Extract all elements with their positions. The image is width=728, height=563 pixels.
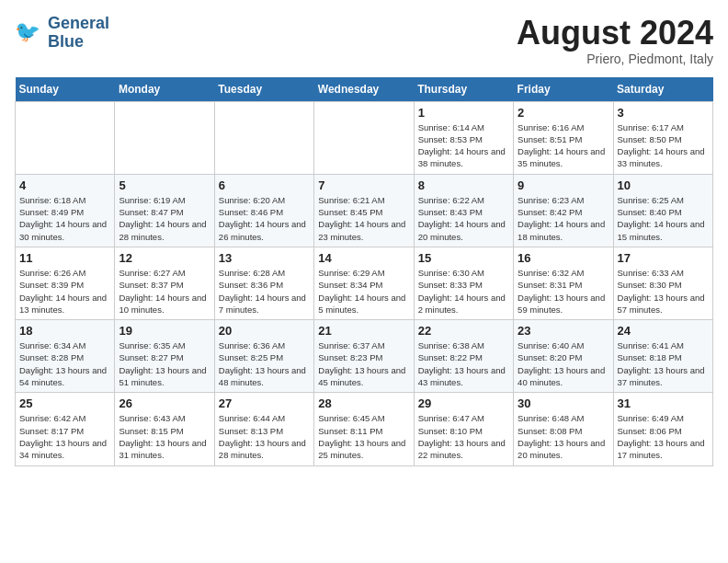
calendar-cell: 21Sunrise: 6:37 AMSunset: 8:23 PMDayligh… <box>314 320 414 393</box>
day-info: Sunrise: 6:33 AMSunset: 8:30 PMDaylight:… <box>618 267 709 316</box>
day-info: Sunrise: 6:43 AMSunset: 8:15 PMDaylight:… <box>119 412 210 461</box>
day-number: 26 <box>119 396 210 410</box>
calendar-cell <box>314 101 414 174</box>
day-info: Sunrise: 6:14 AMSunset: 8:53 PMDaylight:… <box>418 121 509 170</box>
day-info: Sunrise: 6:40 AMSunset: 8:20 PMDaylight:… <box>518 339 609 388</box>
day-number: 12 <box>119 251 210 265</box>
day-header-wednesday: Wednesday <box>314 77 414 102</box>
day-number: 6 <box>219 178 310 192</box>
day-number: 28 <box>318 396 409 410</box>
day-number: 10 <box>618 178 709 192</box>
day-header-friday: Friday <box>514 77 613 102</box>
day-info: Sunrise: 6:27 AMSunset: 8:37 PMDaylight:… <box>119 267 210 316</box>
day-info: Sunrise: 6:30 AMSunset: 8:33 PMDaylight:… <box>418 267 509 316</box>
day-info: Sunrise: 6:38 AMSunset: 8:22 PMDaylight:… <box>418 339 509 388</box>
day-header-thursday: Thursday <box>414 77 513 102</box>
day-info: Sunrise: 6:28 AMSunset: 8:36 PMDaylight:… <box>219 267 310 316</box>
day-number: 14 <box>318 251 409 265</box>
day-number: 2 <box>518 106 609 120</box>
day-header-tuesday: Tuesday <box>214 77 313 102</box>
subtitle: Priero, Piedmont, Italy <box>517 52 713 66</box>
day-info: Sunrise: 6:42 AMSunset: 8:17 PMDaylight:… <box>19 412 110 461</box>
calendar-cell: 20Sunrise: 6:36 AMSunset: 8:25 PMDayligh… <box>214 320 313 393</box>
calendar-cell: 17Sunrise: 6:33 AMSunset: 8:30 PMDayligh… <box>613 247 712 319</box>
day-info: Sunrise: 6:34 AMSunset: 8:28 PMDaylight:… <box>19 339 110 388</box>
day-info: Sunrise: 6:23 AMSunset: 8:42 PMDaylight:… <box>518 194 609 243</box>
day-number: 20 <box>219 324 310 338</box>
day-number: 18 <box>19 324 110 338</box>
day-number: 27 <box>219 396 310 410</box>
calendar-cell <box>16 101 115 174</box>
day-number: 29 <box>418 396 509 410</box>
calendar-cell: 30Sunrise: 6:48 AMSunset: 8:08 PMDayligh… <box>514 393 613 465</box>
day-info: Sunrise: 6:29 AMSunset: 8:34 PMDaylight:… <box>318 267 409 316</box>
logo-text: General Blue <box>48 15 109 52</box>
day-number: 25 <box>19 396 110 410</box>
calendar-cell: 5Sunrise: 6:19 AMSunset: 8:47 PMDaylight… <box>115 174 214 247</box>
calendar-cell: 8Sunrise: 6:22 AMSunset: 8:43 PMDaylight… <box>414 174 513 247</box>
calendar-cell: 23Sunrise: 6:40 AMSunset: 8:20 PMDayligh… <box>514 320 613 393</box>
calendar-cell: 29Sunrise: 6:47 AMSunset: 8:10 PMDayligh… <box>414 393 513 465</box>
day-number: 19 <box>119 324 210 338</box>
calendar-cell: 16Sunrise: 6:32 AMSunset: 8:31 PMDayligh… <box>514 247 613 319</box>
calendar-cell: 28Sunrise: 6:45 AMSunset: 8:11 PMDayligh… <box>314 393 414 465</box>
page-header: 🐦 General Blue August 2024 Priero, Piedm… <box>15 15 713 66</box>
calendar-body: 1Sunrise: 6:14 AMSunset: 8:53 PMDaylight… <box>16 101 713 465</box>
main-title: August 2024 <box>517 15 713 52</box>
day-number: 24 <box>618 324 709 338</box>
day-number: 1 <box>418 106 509 120</box>
day-header-sunday: Sunday <box>16 77 115 102</box>
day-number: 17 <box>618 251 709 265</box>
day-info: Sunrise: 6:36 AMSunset: 8:25 PMDaylight:… <box>219 339 310 388</box>
day-header-saturday: Saturday <box>613 77 712 102</box>
day-info: Sunrise: 6:25 AMSunset: 8:40 PMDaylight:… <box>618 194 709 243</box>
calendar-cell: 27Sunrise: 6:44 AMSunset: 8:13 PMDayligh… <box>214 393 313 465</box>
day-info: Sunrise: 6:47 AMSunset: 8:10 PMDaylight:… <box>418 412 509 461</box>
day-number: 30 <box>518 396 609 410</box>
day-info: Sunrise: 6:37 AMSunset: 8:23 PMDaylight:… <box>318 339 409 388</box>
day-header-monday: Monday <box>115 77 214 102</box>
calendar-week-3: 11Sunrise: 6:26 AMSunset: 8:39 PMDayligh… <box>16 247 713 319</box>
calendar-cell <box>214 101 313 174</box>
calendar-cell: 25Sunrise: 6:42 AMSunset: 8:17 PMDayligh… <box>16 393 115 465</box>
day-info: Sunrise: 6:21 AMSunset: 8:45 PMDaylight:… <box>318 194 409 243</box>
day-info: Sunrise: 6:19 AMSunset: 8:47 PMDaylight:… <box>119 194 210 243</box>
calendar-header-row: SundayMondayTuesdayWednesdayThursdayFrid… <box>16 77 713 102</box>
day-number: 13 <box>219 251 310 265</box>
day-info: Sunrise: 6:44 AMSunset: 8:13 PMDaylight:… <box>219 412 310 461</box>
calendar-cell: 4Sunrise: 6:18 AMSunset: 8:49 PMDaylight… <box>16 174 115 247</box>
logo-icon: 🐦 <box>15 18 44 48</box>
calendar-cell: 19Sunrise: 6:35 AMSunset: 8:27 PMDayligh… <box>115 320 214 393</box>
day-info: Sunrise: 6:48 AMSunset: 8:08 PMDaylight:… <box>518 412 609 461</box>
day-number: 9 <box>518 178 609 192</box>
calendar-table: SundayMondayTuesdayWednesdayThursdayFrid… <box>15 77 713 466</box>
calendar-cell: 7Sunrise: 6:21 AMSunset: 8:45 PMDaylight… <box>314 174 414 247</box>
day-info: Sunrise: 6:26 AMSunset: 8:39 PMDaylight:… <box>19 267 110 316</box>
calendar-cell: 26Sunrise: 6:43 AMSunset: 8:15 PMDayligh… <box>115 393 214 465</box>
day-info: Sunrise: 6:17 AMSunset: 8:50 PMDaylight:… <box>618 121 709 170</box>
day-info: Sunrise: 6:45 AMSunset: 8:11 PMDaylight:… <box>318 412 409 461</box>
calendar-cell: 24Sunrise: 6:41 AMSunset: 8:18 PMDayligh… <box>613 320 712 393</box>
day-info: Sunrise: 6:32 AMSunset: 8:31 PMDaylight:… <box>518 267 609 316</box>
calendar-week-1: 1Sunrise: 6:14 AMSunset: 8:53 PMDaylight… <box>16 101 713 174</box>
day-info: Sunrise: 6:41 AMSunset: 8:18 PMDaylight:… <box>618 339 709 388</box>
day-number: 5 <box>119 178 210 192</box>
calendar-week-4: 18Sunrise: 6:34 AMSunset: 8:28 PMDayligh… <box>16 320 713 393</box>
day-number: 31 <box>618 396 709 410</box>
calendar-week-5: 25Sunrise: 6:42 AMSunset: 8:17 PMDayligh… <box>16 393 713 465</box>
calendar-cell: 31Sunrise: 6:49 AMSunset: 8:06 PMDayligh… <box>613 393 712 465</box>
day-info: Sunrise: 6:16 AMSunset: 8:51 PMDaylight:… <box>518 121 609 170</box>
day-info: Sunrise: 6:18 AMSunset: 8:49 PMDaylight:… <box>19 194 110 243</box>
calendar-cell: 1Sunrise: 6:14 AMSunset: 8:53 PMDaylight… <box>414 101 513 174</box>
day-number: 4 <box>19 178 110 192</box>
day-info: Sunrise: 6:20 AMSunset: 8:46 PMDaylight:… <box>219 194 310 243</box>
calendar-cell: 11Sunrise: 6:26 AMSunset: 8:39 PMDayligh… <box>16 247 115 319</box>
day-info: Sunrise: 6:35 AMSunset: 8:27 PMDaylight:… <box>119 339 210 388</box>
day-info: Sunrise: 6:22 AMSunset: 8:43 PMDaylight:… <box>418 194 509 243</box>
logo: 🐦 General Blue <box>15 15 109 52</box>
calendar-cell: 18Sunrise: 6:34 AMSunset: 8:28 PMDayligh… <box>16 320 115 393</box>
day-number: 15 <box>418 251 509 265</box>
day-number: 23 <box>518 324 609 338</box>
day-number: 7 <box>318 178 409 192</box>
day-number: 3 <box>618 106 709 120</box>
